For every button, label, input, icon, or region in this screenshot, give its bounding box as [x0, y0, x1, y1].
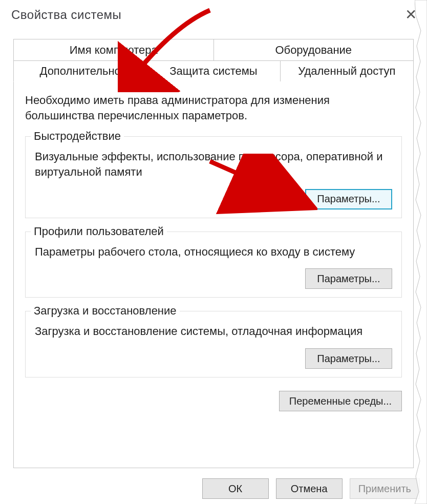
group-desc: Визуальные эффекты, использование процес… — [35, 149, 392, 179]
button-row: Параметры... — [35, 268, 392, 289]
group-legend: Загрузка и восстановление — [31, 304, 180, 318]
torn-edge-decoration — [415, 0, 427, 504]
tab-label: Защита системы — [169, 65, 257, 78]
tab-row-2: Дополнительно Защита системы Удаленный д… — [13, 60, 414, 82]
cancel-button[interactable]: Отмена — [276, 478, 343, 499]
env-vars-row: Переменные среды... — [25, 391, 402, 411]
apply-button[interactable]: Применить — [350, 478, 420, 499]
performance-settings-button[interactable]: Параметры... — [305, 189, 392, 209]
startup-settings-button[interactable]: Параметры... — [305, 348, 392, 369]
admin-note: Необходимо иметь права администратора дл… — [25, 93, 402, 123]
profiles-settings-button[interactable]: Параметры... — [305, 268, 392, 289]
tab-system-protection[interactable]: Защита системы — [146, 60, 280, 82]
group-legend: Быстродействие — [31, 130, 124, 143]
tab-label: Имя компьютера — [70, 44, 158, 57]
tab-strip: Имя компьютера Оборудование Дополнительн… — [13, 39, 414, 82]
tab-remote[interactable]: Удаленный доступ — [280, 60, 414, 82]
window-title: Свойства системы — [11, 8, 121, 22]
group-user-profiles: Профили пользователей Параметры рабочего… — [25, 232, 402, 298]
titlebar: Свойства системы ✕ — [0, 0, 427, 30]
tab-computer-name[interactable]: Имя компьютера — [13, 39, 214, 60]
tab-label: Дополнительно — [39, 65, 120, 78]
group-desc: Загрузка и восстановление системы, отлад… — [35, 324, 392, 339]
tab-advanced[interactable]: Дополнительно — [13, 60, 147, 82]
button-row: Параметры... — [35, 189, 392, 209]
tab-label: Удаленный доступ — [298, 65, 395, 78]
button-row: Параметры... — [35, 348, 392, 369]
group-desc: Параметры рабочего стола, относящиеся ко… — [35, 244, 392, 260]
group-legend: Профили пользователей — [31, 225, 167, 238]
tab-row-1: Имя компьютера Оборудование — [13, 39, 414, 60]
ok-button[interactable]: ОК — [202, 478, 269, 499]
dialog-button-bar: ОК Отмена Применить — [202, 478, 420, 499]
tab-page-advanced: Необходимо иметь права администратора дл… — [13, 81, 414, 468]
group-startup-recovery: Загрузка и восстановление Загрузка и вос… — [25, 311, 402, 377]
tab-hardware[interactable]: Оборудование — [214, 39, 414, 60]
group-performance: Быстродействие Визуальные эффекты, испол… — [25, 136, 402, 218]
tab-label: Оборудование — [275, 44, 352, 57]
environment-variables-button[interactable]: Переменные среды... — [279, 391, 402, 411]
close-icon[interactable]: ✕ — [401, 6, 421, 24]
